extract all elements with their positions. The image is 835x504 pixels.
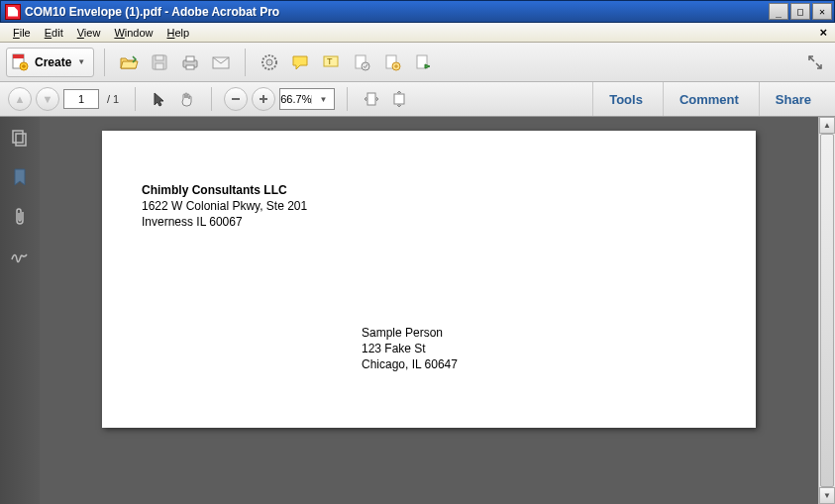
prev-page-button[interactable]: ▲ bbox=[8, 87, 32, 111]
navigation-pane bbox=[0, 117, 40, 504]
scroll-up-button[interactable]: ▲ bbox=[819, 117, 835, 134]
zoom-value: 66.7% bbox=[280, 93, 311, 105]
page-number-input[interactable] bbox=[63, 89, 99, 109]
next-page-button[interactable]: ▼ bbox=[36, 87, 59, 111]
minimize-button[interactable]: _ bbox=[769, 3, 788, 20]
sender-line1: 1622 W Colonial Pkwy, Ste 201 bbox=[142, 198, 307, 214]
acrobat-app-icon bbox=[5, 4, 21, 20]
recipient-name: Sample Person bbox=[362, 325, 458, 341]
fit-page-button[interactable] bbox=[387, 87, 411, 111]
save-icon bbox=[151, 53, 168, 71]
fit-width-icon bbox=[363, 91, 380, 107]
separator bbox=[104, 49, 105, 76]
svg-rect-21 bbox=[13, 131, 23, 143]
svg-rect-20 bbox=[394, 94, 404, 104]
sender-address: Chimbly Consultants LLC 1622 W Colonial … bbox=[142, 182, 307, 231]
plus-icon bbox=[258, 93, 269, 105]
highlight-text-icon: T bbox=[322, 53, 340, 71]
recipient-line2: Chicago, IL 60647 bbox=[362, 356, 458, 372]
svg-point-11 bbox=[266, 59, 272, 65]
scroll-track[interactable] bbox=[819, 134, 835, 487]
scroll-down-button[interactable]: ▼ bbox=[819, 487, 835, 504]
window-controls: _ □ ✕ bbox=[769, 3, 832, 20]
main-toolbar: Create ▼ T bbox=[0, 43, 835, 82]
menu-file[interactable]: File bbox=[6, 25, 38, 41]
menu-edit[interactable]: Edit bbox=[38, 25, 70, 41]
menu-help[interactable]: Help bbox=[160, 25, 197, 41]
separator bbox=[211, 87, 212, 111]
svg-rect-4 bbox=[156, 55, 163, 60]
zoom-out-button[interactable] bbox=[224, 87, 248, 111]
comment-panel-tab[interactable]: Comment bbox=[663, 82, 755, 116]
fit-width-button[interactable] bbox=[360, 87, 383, 111]
maximize-button[interactable]: □ bbox=[790, 3, 810, 20]
save-button[interactable] bbox=[146, 49, 173, 76]
expand-button[interactable] bbox=[801, 49, 829, 76]
navigation-toolbar: ▲ ▼ / 1 66.7% ▼ Tools Comment Share bbox=[0, 82, 835, 117]
zoom-level-input[interactable]: 66.7% ▼ bbox=[279, 88, 335, 110]
page-thumbnails-button[interactable] bbox=[9, 127, 31, 149]
signature-icon bbox=[10, 250, 30, 263]
recipient-line1: 123 Fake St bbox=[362, 341, 458, 356]
close-window-button[interactable]: ✕ bbox=[812, 3, 832, 20]
signatures-button[interactable] bbox=[9, 246, 31, 267]
zoom-in-button[interactable] bbox=[252, 87, 275, 111]
separator bbox=[347, 87, 348, 111]
svg-text:T: T bbox=[327, 56, 333, 66]
document-page: Chimbly Consultants LLC 1622 W Colonial … bbox=[102, 131, 756, 428]
bookmarks-button[interactable] bbox=[9, 166, 31, 188]
window-title: COM10 Envelope (1).pdf - Adobe Acrobat P… bbox=[25, 5, 769, 19]
menu-view[interactable]: View bbox=[70, 25, 108, 41]
menu-bar: File Edit View Window Help × bbox=[0, 23, 835, 43]
folder-open-icon bbox=[119, 53, 139, 71]
page-total-label: / 1 bbox=[103, 93, 123, 105]
document-viewer: Chimbly Consultants LLC 1622 W Colonial … bbox=[40, 117, 835, 504]
cursor-icon bbox=[152, 91, 167, 107]
sign-button[interactable] bbox=[348, 49, 375, 76]
minus-icon bbox=[230, 93, 242, 105]
page-canvas[interactable]: Chimbly Consultants LLC 1622 W Colonial … bbox=[40, 117, 818, 504]
create-label: Create bbox=[35, 55, 71, 69]
add-page-button[interactable] bbox=[378, 49, 406, 76]
page-arrow-icon bbox=[414, 53, 432, 71]
scroll-thumb[interactable] bbox=[820, 134, 834, 487]
bookmark-icon bbox=[13, 168, 27, 186]
svg-rect-19 bbox=[367, 93, 375, 105]
hand-icon bbox=[178, 90, 196, 108]
separator bbox=[135, 87, 136, 111]
settings-button[interactable] bbox=[256, 49, 283, 76]
email-button[interactable] bbox=[207, 49, 235, 76]
speech-bubble-icon bbox=[291, 53, 309, 71]
menu-window[interactable]: Window bbox=[107, 25, 159, 41]
pages-icon bbox=[11, 129, 29, 147]
print-button[interactable] bbox=[176, 49, 204, 76]
expand-icon bbox=[806, 53, 824, 71]
share-panel-tab[interactable]: Share bbox=[759, 82, 827, 116]
comment-bubble-button[interactable] bbox=[286, 49, 314, 76]
svg-rect-1 bbox=[13, 54, 24, 58]
share-document-button[interactable] bbox=[409, 49, 437, 76]
create-pdf-icon bbox=[11, 53, 29, 71]
attachments-button[interactable] bbox=[9, 206, 31, 228]
svg-rect-7 bbox=[186, 56, 194, 61]
highlight-button[interactable]: T bbox=[317, 49, 345, 76]
tools-panel-tab[interactable]: Tools bbox=[592, 82, 659, 116]
page-plus-icon bbox=[383, 53, 401, 71]
select-tool-button[interactable] bbox=[148, 87, 171, 111]
create-button[interactable]: Create ▼ bbox=[6, 48, 94, 77]
sender-line2: Inverness IL 60067 bbox=[142, 214, 307, 230]
hand-tool-button[interactable] bbox=[175, 87, 199, 111]
paperclip-icon bbox=[13, 207, 27, 227]
chevron-down-icon: ▼ bbox=[77, 57, 85, 66]
chevron-down-icon[interactable]: ▼ bbox=[311, 95, 334, 104]
gear-icon bbox=[261, 53, 278, 71]
title-bar: COM10 Envelope (1).pdf - Adobe Acrobat P… bbox=[0, 0, 835, 23]
svg-rect-8 bbox=[186, 65, 194, 69]
sender-name: Chimbly Consultants LLC bbox=[142, 182, 307, 198]
open-button[interactable] bbox=[115, 49, 143, 76]
separator bbox=[245, 49, 246, 76]
close-document-button[interactable]: × bbox=[815, 25, 831, 40]
fit-page-icon bbox=[391, 90, 407, 108]
main-area: Chimbly Consultants LLC 1622 W Colonial … bbox=[0, 117, 835, 504]
vertical-scrollbar[interactable]: ▲ ▼ bbox=[818, 117, 835, 504]
